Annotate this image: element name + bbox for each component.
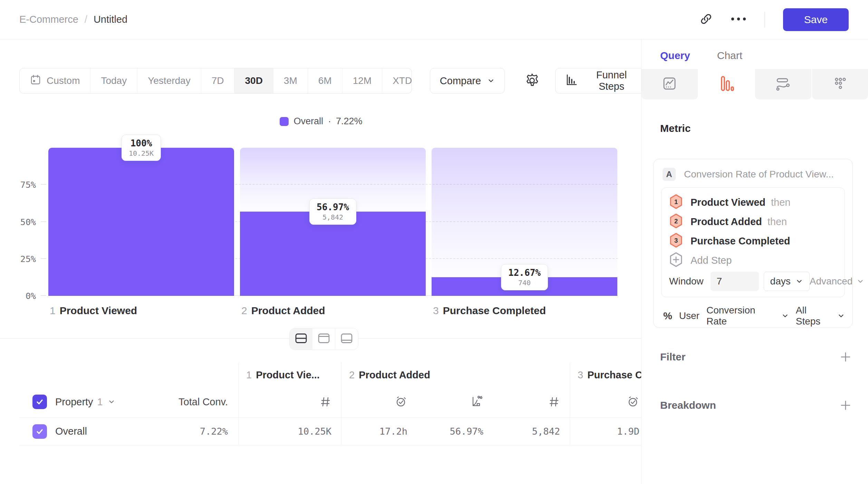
tooltip-conversion-pct: 56.97% bbox=[317, 202, 349, 213]
window-unit-select[interactable]: days bbox=[764, 272, 810, 291]
property-header-label[interactable]: Property bbox=[55, 396, 93, 408]
chart-type-flows[interactable] bbox=[755, 69, 811, 99]
step-title: Purchase C bbox=[587, 369, 641, 380]
window-unit-label: days bbox=[770, 276, 791, 287]
row-step3-avg-time[interactable]: 1.9D bbox=[570, 418, 641, 445]
step2-conversion-column-header[interactable] bbox=[417, 385, 493, 418]
filter-section: Filter bbox=[660, 349, 851, 365]
chevron-down-icon bbox=[837, 312, 845, 320]
row-overall-checkbox[interactable] bbox=[32, 424, 47, 439]
table-property-header-cell: Property 1 Total Conv. bbox=[19, 362, 238, 418]
legend-item-overall[interactable]: Overall · 7.22% bbox=[280, 116, 362, 127]
date-range-12m[interactable]: 12M bbox=[343, 68, 382, 93]
add-step-label: Add Step bbox=[691, 255, 732, 266]
view-toggle-chart-only[interactable] bbox=[312, 328, 335, 350]
check-icon bbox=[36, 427, 44, 436]
date-range-30d[interactable]: 30D bbox=[234, 68, 273, 93]
date-range-6m[interactable]: 6M bbox=[308, 68, 343, 93]
date-range-today[interactable]: Today bbox=[90, 68, 137, 93]
step2-count-column-header[interactable] bbox=[493, 385, 570, 418]
row-step2-conversion[interactable]: 56.97% bbox=[417, 418, 493, 445]
step-name: Product Viewed bbox=[60, 305, 137, 316]
funnel-bar-3[interactable]: 12.67%7403Purchase Completed bbox=[432, 148, 617, 296]
compare-button[interactable]: Compare bbox=[430, 68, 505, 94]
add-step-button[interactable]: Add Step bbox=[669, 251, 837, 270]
step-row-3[interactable]: 3 Purchase Completed bbox=[669, 231, 837, 251]
avg-time-icon bbox=[627, 395, 639, 409]
chevron-down-icon bbox=[857, 278, 864, 285]
advanced-toggle[interactable]: Advanced bbox=[810, 276, 865, 287]
metric-heading: Metric bbox=[660, 123, 691, 134]
topbar-divider bbox=[764, 12, 765, 28]
date-range-custom[interactable]: Custom bbox=[20, 68, 90, 93]
step-row-2[interactable]: 2 Product Added then bbox=[669, 212, 837, 231]
date-range-yesterday[interactable]: Yesterday bbox=[137, 68, 201, 93]
date-range-xtd[interactable]: XTD bbox=[382, 68, 412, 93]
funnel-bar-1[interactable]: 100%10.25K1Product Viewed bbox=[48, 148, 234, 296]
step-number: 1 bbox=[246, 369, 252, 380]
count-icon bbox=[320, 396, 331, 409]
chart-type-funnel[interactable] bbox=[698, 69, 755, 99]
date-range-7d[interactable]: 7D bbox=[201, 68, 235, 93]
funnel-steps-card: 1 Product Viewed then 2 Product Added th… bbox=[661, 187, 845, 297]
step2-avg-time-column-header[interactable] bbox=[341, 385, 417, 418]
chevron-down-icon[interactable] bbox=[108, 398, 115, 406]
plus-icon bbox=[840, 351, 851, 363]
add-breakdown-button[interactable] bbox=[840, 399, 851, 411]
measurement-scope-select[interactable]: All Steps bbox=[796, 305, 845, 327]
step-2-badge: 2 bbox=[669, 213, 683, 230]
chart-type-button[interactable]: Funnel Steps bbox=[555, 68, 641, 94]
row-name-overall[interactable]: Overall bbox=[55, 426, 87, 437]
date-range-3m[interactable]: 3M bbox=[273, 68, 308, 93]
table-step2-header[interactable]: 2Product Added bbox=[341, 362, 570, 385]
step-title: Product Vie... bbox=[256, 369, 320, 380]
breakdown-section: Breakdown bbox=[660, 398, 851, 413]
breadcrumb: E-Commerce / Untitled bbox=[19, 14, 127, 25]
funnel-bar-2[interactable]: 56.97%5,8422Product Added bbox=[240, 148, 426, 296]
tab-chart[interactable]: Chart bbox=[717, 50, 742, 70]
calendar-icon bbox=[30, 74, 41, 88]
metric-series-row[interactable]: A Conversion Rate of Product View... bbox=[661, 166, 845, 183]
breadcrumb-parent[interactable]: E-Commerce bbox=[19, 14, 78, 25]
view-toggle-table-only[interactable] bbox=[335, 328, 358, 350]
step-row-1[interactable]: 1 Product Viewed then bbox=[669, 193, 837, 212]
save-button[interactable]: Save bbox=[783, 8, 849, 31]
x-axis-step-label: 2Product Added bbox=[241, 305, 325, 317]
property-header-index: 1 bbox=[97, 396, 103, 408]
select-all-checkbox[interactable] bbox=[32, 395, 47, 409]
legend-separator: · bbox=[328, 116, 331, 127]
funnel-steps-icon bbox=[565, 73, 578, 89]
table-step3-header[interactable]: 3Purchase C bbox=[570, 362, 641, 385]
measured-entity[interactable]: User bbox=[679, 310, 700, 321]
sidebar-tabs: Query Chart bbox=[660, 50, 742, 70]
tab-query[interactable]: Query bbox=[660, 50, 690, 70]
measurement-metric-label: Conversion Rate bbox=[706, 305, 777, 327]
chart-type-strip bbox=[642, 69, 868, 99]
date-range-label: Today bbox=[101, 75, 127, 86]
svg-text:1: 1 bbox=[674, 199, 678, 206]
share-link-button[interactable] bbox=[700, 12, 713, 27]
chart-type-segmentation[interactable] bbox=[642, 69, 698, 99]
more-options-button[interactable] bbox=[731, 17, 746, 22]
breakdown-label: Breakdown bbox=[660, 399, 716, 411]
chart-type-grid[interactable] bbox=[812, 69, 868, 99]
row-step2-avg-time[interactable]: 17.2h bbox=[341, 418, 417, 445]
add-filter-button[interactable] bbox=[840, 351, 851, 363]
chevron-down-icon bbox=[781, 312, 789, 320]
measurement-metric-select[interactable]: Conversion Rate bbox=[706, 305, 789, 327]
view-toggle-split[interactable] bbox=[290, 328, 312, 350]
date-range-label: Yesterday bbox=[148, 75, 191, 86]
step-1-badge: 1 bbox=[669, 194, 683, 211]
chart-settings-button[interactable] bbox=[524, 72, 540, 89]
row-step1-count[interactable]: 10.25K bbox=[238, 418, 341, 445]
ellipsis-icon bbox=[731, 17, 746, 22]
table-step1-header[interactable]: 1Product Vie... bbox=[238, 362, 341, 385]
main-panel: Custom Today Yesterday 7D 30D 3M 6M 12M … bbox=[0, 39, 641, 484]
window-value-input[interactable] bbox=[711, 272, 759, 291]
row-step2-count[interactable]: 5,842 bbox=[493, 418, 570, 445]
step3-avg-time-column-header[interactable] bbox=[570, 385, 641, 418]
step1-count-column-header[interactable] bbox=[238, 385, 341, 418]
step-connector: then bbox=[768, 216, 787, 228]
total-conversion-header[interactable]: Total Conv. bbox=[179, 396, 228, 408]
breadcrumb-current[interactable]: Untitled bbox=[94, 14, 127, 25]
